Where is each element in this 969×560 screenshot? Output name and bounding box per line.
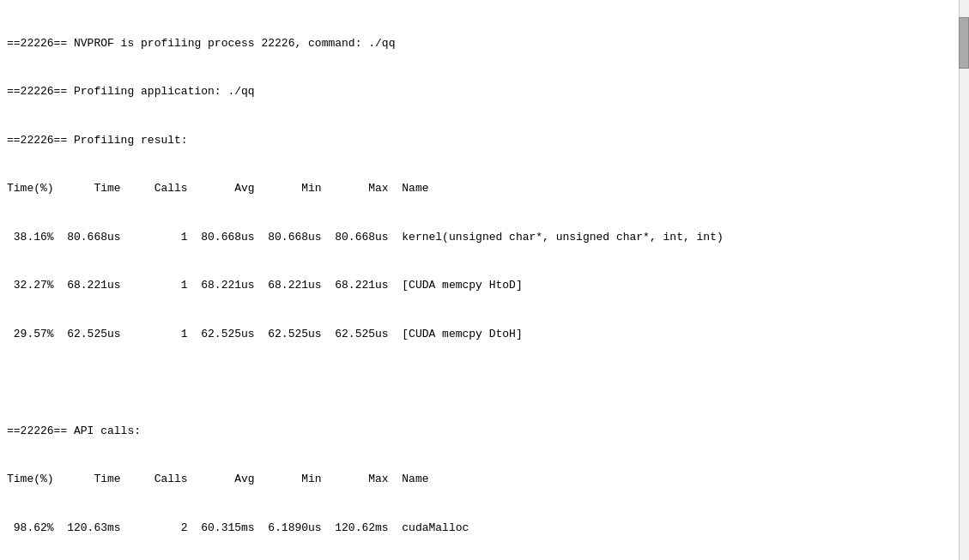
- line-4: Time(%) Time Calls Avg Min Max Name: [7, 181, 962, 197]
- line-5: 38.16% 80.668us 1 80.668us 80.668us 80.6…: [7, 230, 962, 246]
- line-2: ==22226== Profiling application: ./qq: [7, 84, 962, 100]
- line-9: Time(%) Time Calls Avg Min Max Name: [7, 472, 962, 488]
- scrollbar-thumb[interactable]: [959, 17, 969, 69]
- line-7: 29.57% 62.525us 1 62.525us 62.525us 62.5…: [7, 327, 962, 343]
- line-1: ==22226== NVPROF is profiling process 22…: [7, 36, 962, 52]
- scrollbar[interactable]: [959, 0, 969, 560]
- terminal-window: ==22226== NVPROF is profiling process 22…: [0, 0, 969, 560]
- line-10: 98.62% 120.63ms 2 60.315ms 6.1890us 120.…: [7, 521, 962, 537]
- line-3: ==22226== Profiling result:: [7, 133, 962, 149]
- line-6: 32.27% 68.221us 1 68.221us 68.221us 68.2…: [7, 278, 962, 294]
- line-8: ==22226== API calls:: [7, 424, 962, 440]
- line-blank-1: [7, 375, 962, 391]
